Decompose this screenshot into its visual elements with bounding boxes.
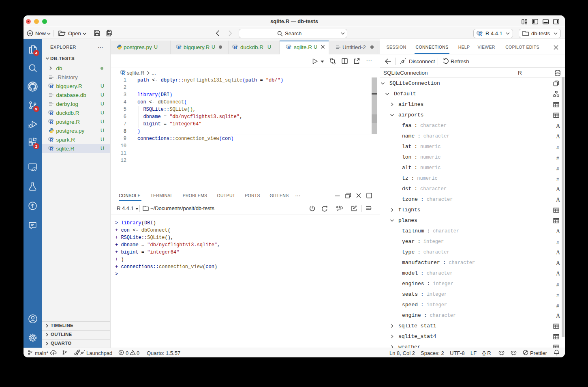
svg-text:R: R [287, 45, 291, 49]
svg-text:R: R [50, 120, 53, 124]
svg-text:R: R [50, 146, 53, 151]
svg-text:R: R [479, 31, 482, 36]
svg-text:R: R [50, 111, 53, 115]
svg-text:R: R [50, 84, 53, 88]
svg-text:R: R [122, 71, 125, 75]
svg-text:R: R [50, 138, 53, 142]
svg-text:R: R [234, 45, 237, 49]
svg-text:R: R [177, 45, 181, 49]
